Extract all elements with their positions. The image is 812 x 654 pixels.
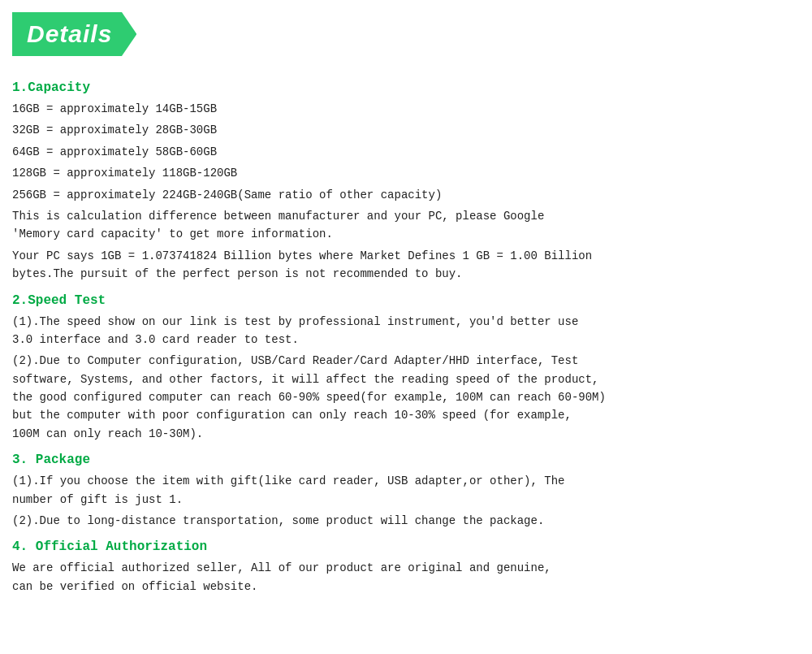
- sections-container: 1.Capacity16GB = approximately 14GB-15GB…: [12, 80, 800, 596]
- section-paragraph-package-1: (2).Due to long-distance transportation,…: [12, 512, 800, 530]
- section-paragraph-official-authorization-0: We are official authorized seller, All o…: [12, 559, 800, 596]
- section-paragraph-capacity-5: This is calculation difference between m…: [12, 207, 800, 244]
- details-banner-background: Details: [12, 12, 136, 56]
- section-heading-speed-test: 2.Speed Test: [12, 293, 800, 308]
- section-capacity: 1.Capacity16GB = approximately 14GB-15GB…: [12, 80, 800, 284]
- section-heading-package: 3. Package: [12, 453, 800, 467]
- section-paragraph-speed-test-1: (2).Due to Computer configuration, USB/C…: [12, 352, 800, 443]
- section-speed-test: 2.Speed Test(1).The speed show on our li…: [12, 293, 800, 444]
- section-paragraph-capacity-2: 64GB = approximately 58GB-60GB: [12, 143, 800, 161]
- section-paragraph-speed-test-0: (1).The speed show on our link is test b…: [12, 313, 800, 349]
- section-paragraph-capacity-6: Your PC says 1GB = 1.073741824 Billion b…: [12, 247, 800, 284]
- section-heading-official-authorization: 4. Official Authorization: [12, 539, 800, 554]
- section-paragraph-capacity-0: 16GB = approximately 14GB-15GB: [12, 100, 800, 118]
- section-heading-capacity: 1.Capacity: [12, 80, 800, 95]
- section-paragraph-capacity-4: 256GB = approximately 224GB-240GB(Same r…: [12, 186, 800, 204]
- details-banner-text: Details: [27, 20, 112, 47]
- section-paragraph-capacity-1: 32GB = approximately 28GB-30GB: [12, 121, 800, 139]
- page-container: Details 1.Capacity16GB = approximately 1…: [0, 0, 812, 654]
- section-official-authorization: 4. Official AuthorizationWe are official…: [12, 539, 800, 596]
- section-package: 3. Package(1).If you choose the item wit…: [12, 453, 800, 530]
- details-banner: Details: [12, 12, 136, 56]
- section-paragraph-package-0: (1).If you choose the item with gift(lik…: [12, 472, 800, 509]
- section-paragraph-capacity-3: 128GB = approximately 118GB-120GB: [12, 164, 800, 182]
